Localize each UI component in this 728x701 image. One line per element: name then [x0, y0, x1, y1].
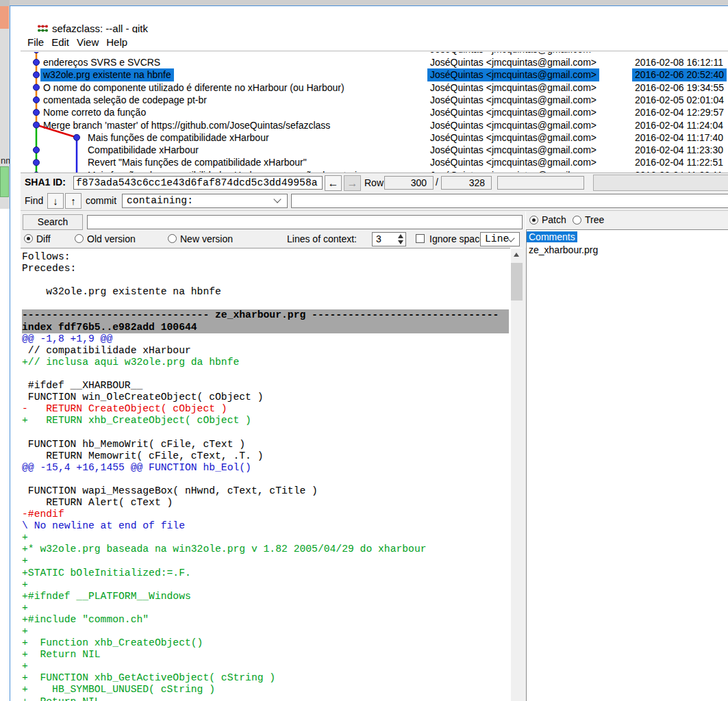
diff-line: + [22, 579, 509, 591]
find-match-value: containing: [127, 195, 193, 206]
menu-edit[interactable]: Edit [51, 36, 69, 48]
view-mode-bar: Patch Tree [526, 212, 728, 229]
row-label: Row [364, 177, 384, 188]
diff-line: + [22, 661, 509, 672]
row-separator: / [436, 177, 438, 188]
commit-date: 2016-02-04 11:22:51 [635, 156, 723, 168]
diff-line: Precedes: [22, 263, 509, 275]
find-prev-button[interactable]: ↑ [65, 193, 81, 209]
file-item[interactable]: Comments [527, 231, 728, 243]
diff-radio-label: Diff [36, 233, 51, 244]
diff-pane[interactable]: Follows:Precedes: w32ole.prg existente n… [21, 248, 510, 701]
background-button-fragment [0, 166, 9, 197]
back-button[interactable]: ← [325, 175, 342, 191]
line-diff-dropdown[interactable]: Line [480, 232, 520, 246]
diff-radio[interactable] [24, 234, 33, 243]
diff-line: w32ole.prg existente na hbnfe [22, 286, 509, 298]
diff-line: +* w32ole.prg baseada na win32ole.prg v … [22, 544, 509, 555]
scrollbar-thumb[interactable] [511, 263, 523, 301]
commit-date: 2016-02-04 12:29:57 [635, 106, 724, 118]
file-item-label: ze_xharbour.prg [527, 244, 600, 255]
commit-author: JoséQuintas <jmcquintas@gmail.com> [430, 131, 597, 144]
ignore-space-checkbox[interactable] [416, 234, 425, 243]
find-match-dropdown[interactable]: containing: [122, 194, 288, 208]
commit-row[interactable]: O nome do componente utilizado é diferen… [21, 81, 728, 94]
desktop-fragment [0, 209, 10, 701]
commit-row[interactable]: Revert "Mais funções de compatibilidade … [21, 156, 728, 168]
desktop-fragment [0, 0, 10, 6]
gitk-window: sefazclass: --all - gitk FileEditViewHel… [10, 5, 728, 701]
sha1-input[interactable] [73, 176, 323, 190]
commit-author: JoséQuintas <jmcquintas@gmail.com> [430, 56, 597, 68]
commit-subject: Nome correto da função [43, 106, 146, 118]
diff-line: FUNCTION wapi_MessageBox( nHwnd, cText, … [22, 485, 509, 497]
commit-date: 2016-02-04 11:17:40 [635, 131, 723, 144]
commit-date: 2016-02-04 11:24:04 [635, 119, 723, 131]
clipped-panel [593, 175, 728, 191]
commit-subject: comentada seleção de codepage pt-br [43, 94, 207, 106]
diff-line: +#include "common.ch" [22, 614, 509, 626]
find-next-button[interactable]: ↓ [47, 193, 64, 209]
diff-line: +#ifndef __PLATFORM__Windows [22, 591, 509, 602]
diff-line: RETURN Memowrit( cFile, cText, .T. ) [22, 450, 509, 462]
find-input[interactable] [291, 194, 728, 208]
row-current: 300 [384, 176, 434, 190]
diff-line: \ No newline at end of file [22, 520, 509, 532]
diff-line: + [22, 532, 509, 544]
diff-line [22, 275, 509, 286]
commit-row[interactable]: Nome correto da funçãoJoséQuintas <jmcqu… [21, 106, 728, 118]
background-window-fragment [0, 6, 9, 29]
scrollbar-up-icon[interactable] [511, 248, 523, 260]
title-bar[interactable]: sefazclass: --all - gitk [21, 12, 728, 33]
old-version-radio[interactable] [75, 234, 84, 243]
diff-line: +// inclusa aqui w32ole.prg da hbnfe [22, 357, 509, 368]
commit-row[interactable]: endereços SVRS e SVCRSJoséQuintas <jmcqu… [21, 56, 728, 68]
context-value: 3 [376, 233, 381, 244]
file-list-pane[interactable]: Commentsze_xharbour.prg [526, 229, 728, 701]
menu-file[interactable]: File [27, 36, 44, 48]
spinner-up-icon[interactable] [398, 234, 403, 238]
diff-line: @@ -15,4 +16,1455 @@ FUNCTION hb_Eol() [22, 462, 509, 474]
commit-row[interactable]: w32ole.prg existente na hbnfeJoséQuintas… [21, 68, 728, 81]
commit-author: JoséQuintas <jmcquintas@gmail.com> [430, 144, 597, 156]
commit-subject: Compatibilidade xHarbour [88, 144, 199, 156]
commit-row[interactable]: Compatibilidade xHarbourJoséQuintas <jmc… [21, 144, 728, 156]
spinner-down-icon[interactable] [398, 240, 403, 244]
tree-radio-label: Tree [585, 214, 604, 225]
commit-subject: O nome do componente utilizado é diferen… [43, 81, 344, 94]
commit-author: JoséQuintas <jmcquintas@gmail.com> [430, 81, 597, 94]
diff-line: + [22, 626, 509, 637]
forward-button[interactable]: → [344, 175, 361, 191]
menu-view[interactable]: View [77, 36, 99, 48]
tree-radio[interactable] [573, 216, 581, 225]
diff-scrollbar[interactable] [511, 248, 523, 701]
commit-row[interactable]: Merge branch 'master' of https://github.… [21, 119, 728, 131]
find-bar: Find ↓ ↑ commit containing: [21, 191, 728, 210]
commit-subject: w32ole.prg existente na hbnfe [40, 68, 174, 81]
commit-list[interactable]: JoséQuintas <jmcquintas@gmail.com> ender… [21, 52, 728, 173]
commit-row[interactable]: Mais funções de compatibilidade xHarbour… [21, 131, 728, 144]
patch-radio-label: Patch [542, 214, 566, 225]
diff-line: + HB_SYMBOL_UNUSED( cString ) [22, 684, 509, 696]
menu-help[interactable]: Help [106, 36, 127, 48]
diff-line: + FUNCTION xhb_GetActiveObject( cString … [22, 672, 509, 684]
diff-line: + [22, 602, 509, 614]
new-version-radio[interactable] [168, 234, 177, 243]
commit-row-partial: JoséQuintas <jmcquintas@gmail.com> [21, 52, 728, 55]
desktop-strip-left: nm [0, 0, 10, 701]
diff-line: Follows: [22, 251, 509, 263]
find-label: Find [25, 195, 43, 206]
file-item[interactable]: ze_xharbour.prg [527, 244, 728, 256]
patch-radio[interactable] [529, 216, 538, 225]
find-type-label[interactable]: commit [86, 195, 116, 206]
search-button[interactable]: Search [23, 214, 83, 230]
diff-line: - RETURN CreateObject( cObject ) [22, 403, 509, 415]
commit-row[interactable]: comentada seleção de codepage pt-brJoséQ… [21, 94, 728, 106]
diff-line: index fdf76b5..e982add 100644 [22, 322, 509, 333]
diff-line: // compatibilidade xHarbour [22, 345, 509, 357]
row-total: 328 [441, 176, 492, 190]
context-spinner[interactable]: 3 [372, 232, 406, 246]
diff-line: + [22, 555, 509, 567]
search-input[interactable] [87, 215, 523, 229]
commit-author: JoséQuintas <jmcquintas@gmail.com> [430, 106, 597, 118]
